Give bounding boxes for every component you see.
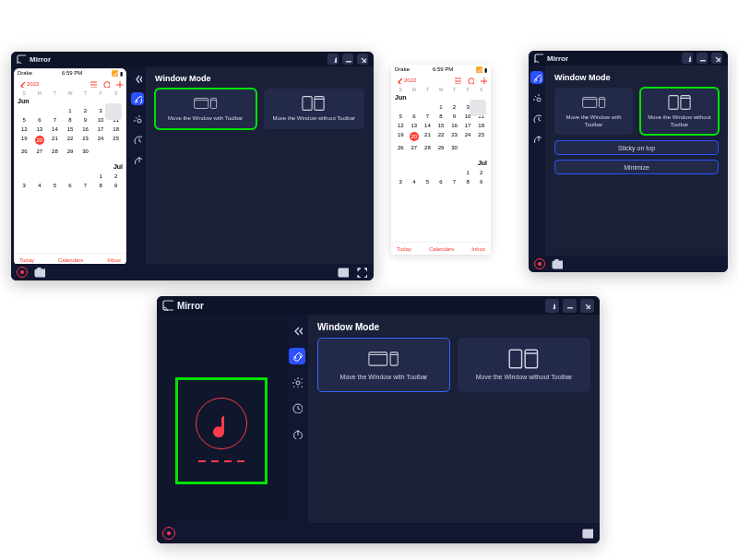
- panel-title: Window Mode: [155, 74, 364, 83]
- cast-icon: [534, 54, 543, 63]
- footer: [157, 523, 600, 543]
- statusbar-time: 6:59 PM: [62, 70, 82, 76]
- mode-label: Move the Window without Toolbar: [272, 115, 355, 123]
- battery-icon: 📶 ▮: [112, 70, 123, 77]
- expand-button[interactable]: [355, 267, 368, 278]
- minimize-button[interactable]: [563, 299, 577, 313]
- sidebar-item-recent[interactable]: [530, 112, 543, 125]
- mode-label: Move the Window without Toolbar: [645, 114, 714, 128]
- music-preview: [175, 377, 268, 484]
- back-icon[interactable]: [18, 80, 25, 88]
- mirrored-device: Drake 6:59 PM 📶 ▮ 2022 SM: [14, 68, 126, 266]
- today-button[interactable]: Today: [19, 257, 34, 263]
- year-label[interactable]: 2022: [404, 77, 416, 83]
- sidebar-item-recent[interactable]: [131, 133, 144, 146]
- mirror-window-1: Mirror Drake 6:59 PM 📶 ▮ 2022: [11, 52, 374, 280]
- camera-button[interactable]: [33, 267, 46, 278]
- calendars-button[interactable]: Calendars: [429, 246, 454, 252]
- sidebar: [529, 66, 545, 272]
- battery-icon: 📶 ▮: [476, 66, 487, 73]
- minimize-action-button[interactable]: Minimize: [554, 160, 719, 174]
- record-button[interactable]: [17, 267, 28, 278]
- record-button[interactable]: [534, 258, 545, 269]
- add-icon[interactable]: [480, 77, 487, 84]
- sidebar-item-power[interactable]: [289, 425, 305, 442]
- month-label-jul: Jul: [14, 161, 126, 172]
- mode-card-without-toolbar[interactable]: Move the Window without Toolbar: [640, 88, 719, 135]
- menu-icon[interactable]: [89, 80, 97, 88]
- phone-statusbar: Drake 6:59 PM 📶 ▮: [391, 65, 491, 74]
- inbox-button[interactable]: Inbox: [471, 246, 485, 252]
- sidebar-item-window-mode[interactable]: [289, 348, 305, 364]
- pin-button[interactable]: [682, 53, 693, 64]
- carrier-text: Drake: [18, 70, 32, 76]
- sidebar-item-power[interactable]: [131, 153, 144, 166]
- pin-button[interactable]: [545, 299, 559, 313]
- search-icon[interactable]: [102, 80, 110, 88]
- sidebar-item-power[interactable]: [530, 132, 543, 145]
- calendar-grid-jul[interactable]: 12 3456789: [391, 168, 491, 192]
- music-circle-icon: [196, 398, 247, 449]
- mirrored-device-detached: Drake 6:59 PM 📶 ▮ 2022 SMTWTFS Jun 1234 …: [391, 65, 491, 255]
- cast-icon: [162, 300, 173, 311]
- add-widget[interactable]: [105, 103, 122, 120]
- mode-card-with-toolbar[interactable]: Move the Window with Toolbar: [554, 88, 633, 135]
- sidebar-item-window-mode[interactable]: [530, 71, 543, 84]
- carrier-text: Drake: [395, 66, 410, 72]
- app-title: Mirror: [547, 54, 568, 63]
- month-label-jul: Jul: [391, 158, 491, 168]
- sticky-on-top-button[interactable]: Sticky on top: [554, 140, 719, 155]
- mirror-window-3: Mirror Window Mod: [157, 296, 600, 543]
- mode-card-with-toolbar[interactable]: Move the Window with Toolbar: [317, 338, 450, 392]
- calendar-nav: 2022: [391, 74, 491, 87]
- mode-card-with-toolbar[interactable]: Move the Window with Toolbar: [155, 89, 256, 129]
- weekday-header: SMTWTFS: [14, 90, 126, 96]
- collapse-button[interactable]: [131, 72, 144, 85]
- sidebar-item-settings[interactable]: [530, 91, 543, 104]
- cast-icon: [17, 54, 26, 64]
- footer: [11, 264, 374, 280]
- equalizer-icon: [198, 460, 244, 464]
- sidebar-item-settings[interactable]: [131, 113, 144, 125]
- sidebar-item-settings[interactable]: [289, 374, 305, 390]
- main-panel: Window Mode Move the Window with Toolbar…: [545, 66, 728, 272]
- today-cell[interactable]: 20: [408, 130, 422, 143]
- today-cell[interactable]: 20: [32, 134, 48, 147]
- today-button[interactable]: Today: [397, 246, 411, 252]
- sidebar-item-window-mode[interactable]: [131, 92, 144, 105]
- close-button[interactable]: [711, 53, 722, 64]
- inbox-button[interactable]: Inbox: [107, 257, 121, 263]
- calendars-button[interactable]: Calendars: [58, 257, 83, 263]
- footer: [529, 256, 728, 272]
- mode-label: Move the Window without Toolbar: [476, 374, 573, 382]
- search-icon[interactable]: [467, 77, 474, 84]
- year-label[interactable]: 2022: [27, 81, 39, 87]
- mode-label: Move the Window with Toolbar: [559, 114, 628, 128]
- panel-title: Window Mode: [317, 322, 590, 332]
- minimize-button[interactable]: [342, 54, 353, 65]
- sidebar-item-recent[interactable]: [289, 399, 305, 416]
- statusbar-time: 6:59 PM: [433, 66, 453, 72]
- collapse-button[interactable]: [289, 322, 305, 339]
- close-button[interactable]: [580, 299, 594, 313]
- pin-button[interactable]: [327, 54, 339, 65]
- calendar-nav: 2022: [14, 77, 126, 90]
- mode-card-without-toolbar[interactable]: Move the Window without Toolbar: [458, 338, 590, 392]
- calendar-grid-jul[interactable]: 12 3456789: [14, 172, 126, 196]
- minimize-button[interactable]: [696, 53, 708, 64]
- camera-button[interactable]: [551, 258, 564, 269]
- main-panel: Window Mode Move the Window with Toolbar…: [308, 315, 600, 543]
- layout-button[interactable]: [337, 267, 350, 278]
- sidebar: [286, 315, 308, 543]
- add-widget[interactable]: [470, 100, 486, 116]
- record-button[interactable]: [162, 527, 175, 540]
- add-icon[interactable]: [115, 80, 123, 88]
- phone-statusbar: Drake 6:59 PM 📶 ▮: [14, 68, 126, 77]
- calendar-footer: Today Calendars Inbox: [391, 242, 491, 255]
- titlebar: Mirror: [11, 52, 374, 66]
- back-icon[interactable]: [395, 77, 402, 84]
- menu-icon[interactable]: [454, 77, 461, 84]
- close-button[interactable]: [357, 54, 368, 65]
- layout-button[interactable]: [581, 528, 594, 539]
- mode-card-without-toolbar[interactable]: Move the Window without Toolbar: [264, 89, 365, 129]
